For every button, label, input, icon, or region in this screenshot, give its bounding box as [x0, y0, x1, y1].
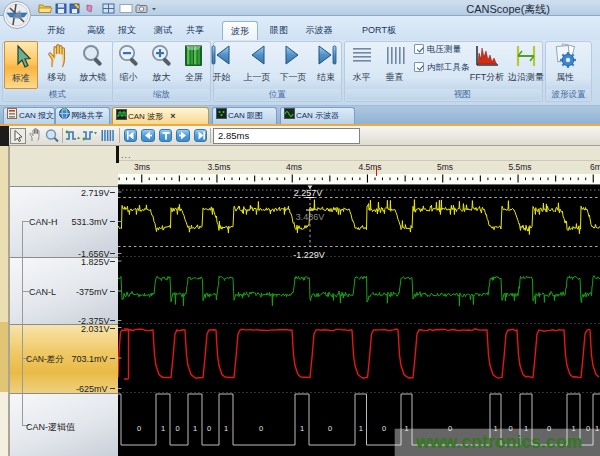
svg-text:0: 0	[137, 424, 141, 433]
svg-text:-1.229V: -1.229V	[293, 250, 325, 260]
svg-text:www.cntronics.com: www.cntronics.com	[415, 432, 582, 452]
svg-text:0: 0	[175, 424, 179, 433]
svg-text:0: 0	[259, 424, 263, 433]
svg-text:1: 1	[193, 424, 197, 433]
svg-text:1: 1	[224, 424, 228, 433]
svg-text:0: 0	[207, 424, 211, 433]
svg-text:1: 1	[161, 424, 165, 433]
svg-text:0: 0	[382, 424, 386, 433]
svg-text:2.257V: 2.257V	[294, 188, 323, 198]
svg-text:0: 0	[328, 424, 332, 433]
svg-text:3.486V: 3.486V	[296, 212, 325, 222]
svg-text:1: 1	[359, 424, 363, 433]
svg-text:1: 1	[300, 424, 304, 433]
